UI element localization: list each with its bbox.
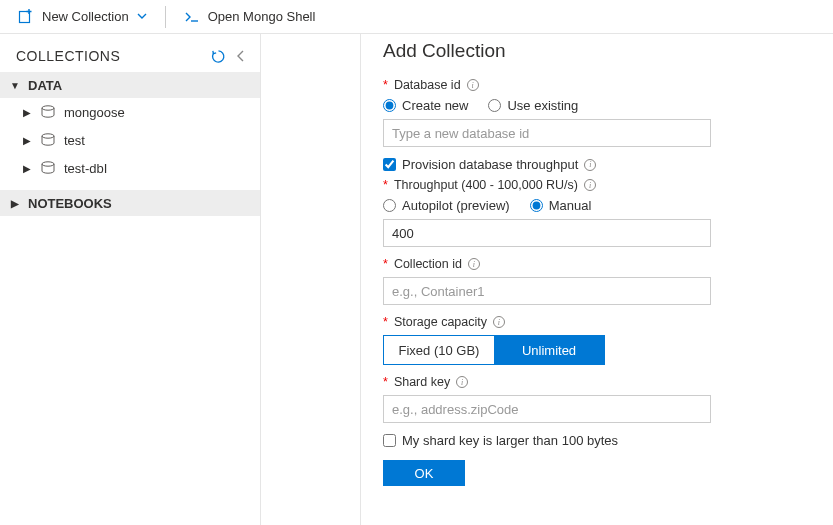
- sidebar-title: COLLECTIONS: [16, 48, 208, 64]
- input-shard-key[interactable]: [383, 395, 711, 423]
- required-asterisk: *: [383, 315, 388, 329]
- row-provision-throughput: Provision database throughput i: [383, 157, 815, 172]
- radio-create-new[interactable]: Create new: [383, 98, 468, 113]
- info-icon[interactable]: i: [584, 159, 596, 171]
- row-shard-large: My shard key is larger than 100 bytes: [383, 433, 815, 448]
- db-item-test[interactable]: ▶ test: [0, 126, 260, 154]
- label-collection-id: Collection id: [394, 257, 462, 271]
- info-icon[interactable]: i: [493, 316, 505, 328]
- input-database-id[interactable]: [383, 119, 711, 147]
- add-collection-panel: Add Collection *Database idi Create new …: [361, 34, 833, 525]
- info-icon[interactable]: i: [467, 79, 479, 91]
- db-item-label: test: [64, 133, 85, 148]
- toolbar: New Collection Open Mongo Shell: [0, 0, 833, 34]
- section-head-notebooks[interactable]: ▶ NOTEBOOKS: [0, 190, 260, 216]
- checkbox-provision-throughput[interactable]: Provision database throughput: [383, 157, 578, 172]
- storage-option-fixed[interactable]: Fixed (10 GB): [384, 336, 494, 364]
- ok-button[interactable]: OK: [383, 460, 465, 486]
- radio-manual[interactable]: Manual: [530, 198, 592, 213]
- required-asterisk: *: [383, 257, 388, 271]
- chevron-right-icon: ▶: [22, 107, 32, 118]
- svg-point-2: [42, 106, 54, 110]
- db-item-label: mongoose: [64, 105, 125, 120]
- radio-autopilot[interactable]: Autopilot (preview): [383, 198, 510, 213]
- field-storage-capacity: *Storage capacityi Fixed (10 GB) Unlimit…: [383, 315, 815, 365]
- label-storage-capacity: Storage capacity: [394, 315, 487, 329]
- section-label-notebooks: NOTEBOOKS: [28, 196, 112, 211]
- field-collection-id: *Collection idi: [383, 257, 815, 305]
- storage-option-unlimited[interactable]: Unlimited: [494, 336, 604, 364]
- empty-middle-pane: [261, 34, 361, 525]
- new-collection-label: New Collection: [42, 9, 129, 24]
- svg-point-4: [42, 162, 54, 166]
- checkbox-shard-large[interactable]: My shard key is larger than 100 bytes: [383, 433, 618, 448]
- chevron-right-icon: ▶: [10, 198, 20, 209]
- new-collection-button[interactable]: New Collection: [0, 0, 165, 33]
- chevron-right-icon: ▶: [22, 135, 32, 146]
- required-asterisk: *: [383, 178, 388, 192]
- db-item-mongoose[interactable]: ▶ mongoose: [0, 98, 260, 126]
- shell-icon: [184, 9, 200, 25]
- sidebar-header: COLLECTIONS: [0, 46, 260, 72]
- database-icon: [40, 133, 56, 147]
- body: COLLECTIONS ▼ DATA ▶ mongoose ▶ t: [0, 34, 833, 525]
- label-shard-key: Shard key: [394, 375, 450, 389]
- field-database-id: *Database idi Create new Use existing: [383, 78, 815, 147]
- svg-point-3: [42, 134, 54, 138]
- info-icon[interactable]: i: [584, 179, 596, 191]
- info-icon[interactable]: i: [468, 258, 480, 270]
- field-shard-key: *Shard keyi: [383, 375, 815, 423]
- chevron-down-icon: ▼: [10, 80, 20, 91]
- input-throughput[interactable]: [383, 219, 711, 247]
- db-item-label: test-dbI: [64, 161, 107, 176]
- refresh-icon[interactable]: [208, 46, 228, 66]
- input-collection-id[interactable]: [383, 277, 711, 305]
- radio-use-existing[interactable]: Use existing: [488, 98, 578, 113]
- info-icon[interactable]: i: [456, 376, 468, 388]
- label-database-id: Database id: [394, 78, 461, 92]
- collapse-sidebar-icon[interactable]: [232, 47, 250, 65]
- required-asterisk: *: [383, 78, 388, 92]
- database-icon: [40, 105, 56, 119]
- section-head-data[interactable]: ▼ DATA: [0, 72, 260, 98]
- app-root: New Collection Open Mongo Shell COLLECTI…: [0, 0, 833, 525]
- field-throughput: *Throughput (400 - 100,000 RU/s)i Autopi…: [383, 178, 815, 247]
- database-icon: [40, 161, 56, 175]
- chevron-right-icon: ▶: [22, 163, 32, 174]
- storage-segmented-control: Fixed (10 GB) Unlimited: [383, 335, 605, 365]
- new-collection-icon: [18, 9, 34, 25]
- open-mongo-shell-label: Open Mongo Shell: [208, 9, 316, 24]
- panel-title: Add Collection: [383, 40, 815, 62]
- chevron-down-icon: [137, 9, 147, 24]
- sidebar: COLLECTIONS ▼ DATA ▶ mongoose ▶ t: [0, 34, 261, 525]
- svg-rect-0: [20, 11, 30, 22]
- required-asterisk: *: [383, 375, 388, 389]
- open-mongo-shell-button[interactable]: Open Mongo Shell: [166, 0, 334, 33]
- db-item-test-dbi[interactable]: ▶ test-dbI: [0, 154, 260, 182]
- section-label-data: DATA: [28, 78, 62, 93]
- label-throughput: Throughput (400 - 100,000 RU/s): [394, 178, 578, 192]
